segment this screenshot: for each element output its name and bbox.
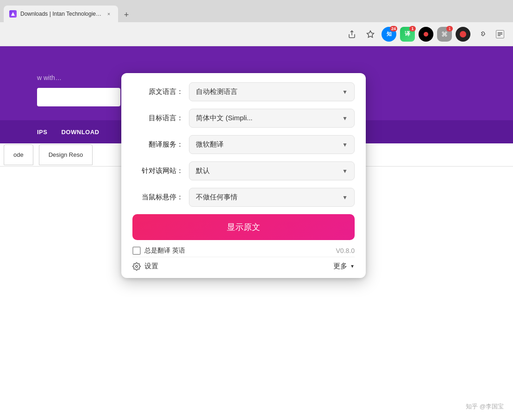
page-content: w with… IPS DOWNLOAD ode Design Reso 原文语… bbox=[0, 46, 513, 420]
svg-marker-0 bbox=[11, 12, 15, 16]
website-tab-design: Design Reso bbox=[39, 144, 93, 165]
reader-icon bbox=[496, 30, 504, 38]
tab-favicon bbox=[9, 10, 17, 18]
svg-marker-2 bbox=[367, 31, 374, 37]
website-tab-code: ode bbox=[4, 144, 33, 165]
active-tab[interactable]: Downloads | Intan Technologie… × bbox=[4, 6, 118, 22]
toolbar: 知 24 译 1 ⌘ 1 bbox=[0, 22, 513, 46]
gear-icon bbox=[132, 262, 141, 271]
hover-label: 当鼠标悬停： bbox=[132, 193, 183, 202]
monosnap-icon bbox=[424, 32, 428, 37]
version-label: V0.8.0 bbox=[336, 247, 355, 254]
watermark: 知乎 @李国宝 bbox=[466, 402, 504, 411]
cmd-badge: 1 bbox=[446, 26, 453, 31]
target-lang-select[interactable]: 简体中文 (Simpli... ▼ bbox=[189, 109, 355, 128]
browser-chrome: Downloads | Intan Technologie… × + 知 24 bbox=[0, 0, 513, 46]
translate-extension-button[interactable]: 译 1 bbox=[400, 27, 415, 42]
hover-value: 不做任何事情 bbox=[196, 193, 338, 202]
bookmark-icon bbox=[366, 30, 375, 38]
more-chevron-icon: ▼ bbox=[350, 264, 355, 269]
record-extension-button[interactable] bbox=[456, 27, 470, 42]
source-lang-value: 自动检测语言 bbox=[196, 87, 338, 96]
zhihu-badge: 24 bbox=[390, 26, 397, 31]
record-icon bbox=[460, 31, 466, 37]
hover-row: 当鼠标悬停： 不做任何事情 ▼ bbox=[132, 188, 355, 207]
svg-rect-5 bbox=[498, 35, 500, 36]
hover-chevron-icon: ▼ bbox=[342, 194, 348, 201]
share-icon bbox=[348, 30, 356, 38]
extensions-button[interactable] bbox=[474, 27, 489, 42]
always-translate-checkbox[interactable] bbox=[132, 247, 141, 255]
more-button[interactable]: 更多 ▼ bbox=[333, 262, 355, 271]
source-lang-row: 原文语言： 自动检测语言 ▼ bbox=[132, 82, 355, 101]
nav-item-ips: IPS bbox=[37, 129, 47, 136]
translate-icon-label: 译 bbox=[405, 30, 410, 38]
show-original-button[interactable]: 显示原文 bbox=[132, 214, 355, 240]
website-header-text: w with… bbox=[37, 74, 62, 81]
tab-title: Downloads | Intan Technologie… bbox=[20, 11, 101, 17]
share-button[interactable] bbox=[344, 27, 359, 42]
target-lang-row: 目标语言： 简体中文 (Simpli... ▼ bbox=[132, 109, 355, 128]
tab-bar: Downloads | Intan Technologie… × + bbox=[0, 0, 513, 22]
reader-mode-button[interactable] bbox=[493, 27, 507, 42]
target-lang-label: 目标语言： bbox=[132, 114, 183, 123]
service-row: 翻译服务： 微软翻译 ▼ bbox=[132, 135, 355, 154]
more-label: 更多 bbox=[333, 262, 347, 271]
popup-bottom-row: 设置 更多 ▼ bbox=[132, 257, 355, 271]
always-translate-row: 总是翻译 英语 bbox=[132, 247, 185, 255]
bookmark-button[interactable] bbox=[363, 27, 378, 42]
target-lang-chevron-icon: ▼ bbox=[342, 115, 348, 122]
site-select[interactable]: 默认 ▼ bbox=[189, 161, 355, 180]
site-row: 针对该网站： 默认 ▼ bbox=[132, 161, 355, 180]
hover-select[interactable]: 不做任何事情 ▼ bbox=[189, 188, 355, 207]
cmd-extension-button[interactable]: ⌘ 1 bbox=[437, 27, 452, 42]
service-select[interactable]: 微软翻译 ▼ bbox=[189, 135, 355, 154]
nav-item-download: DOWNLOAD bbox=[61, 129, 99, 136]
svg-rect-3 bbox=[498, 32, 502, 33]
monosnap-extension-button[interactable] bbox=[419, 27, 433, 42]
always-translate-label: 总是翻译 英语 bbox=[144, 247, 185, 255]
site-label: 针对该网站： bbox=[132, 167, 183, 175]
source-lang-chevron-icon: ▼ bbox=[342, 89, 348, 95]
source-lang-label: 原文语言： bbox=[132, 87, 183, 96]
service-label: 翻译服务： bbox=[132, 140, 183, 149]
svg-point-6 bbox=[136, 265, 138, 267]
service-value: 微软翻译 bbox=[196, 140, 338, 149]
puzzle-icon bbox=[477, 30, 486, 38]
popup-footer: 总是翻译 英语 V0.8.0 bbox=[132, 247, 355, 257]
tab-close-button[interactable]: × bbox=[105, 10, 113, 18]
source-lang-select[interactable]: 自动检测语言 ▼ bbox=[189, 82, 355, 101]
zhihu-icon-label: 知 bbox=[387, 31, 392, 37]
translation-popup: 原文语言： 自动检测语言 ▼ 目标语言： 简体中文 (Simpli... ▼ 翻… bbox=[121, 73, 366, 278]
site-value: 默认 bbox=[196, 167, 338, 175]
svg-rect-4 bbox=[498, 34, 502, 35]
zhihu-extension-button[interactable]: 知 24 bbox=[382, 27, 396, 42]
service-chevron-icon: ▼ bbox=[342, 142, 348, 148]
settings-button[interactable]: 设置 bbox=[132, 262, 158, 271]
website-search-bar bbox=[37, 88, 120, 106]
cmd-icon-label: ⌘ bbox=[441, 31, 448, 38]
settings-label: 设置 bbox=[144, 262, 158, 271]
site-chevron-icon: ▼ bbox=[342, 168, 348, 174]
target-lang-value: 简体中文 (Simpli... bbox=[196, 114, 338, 123]
new-tab-button[interactable]: + bbox=[120, 8, 133, 21]
translate-badge: 1 bbox=[409, 26, 416, 31]
